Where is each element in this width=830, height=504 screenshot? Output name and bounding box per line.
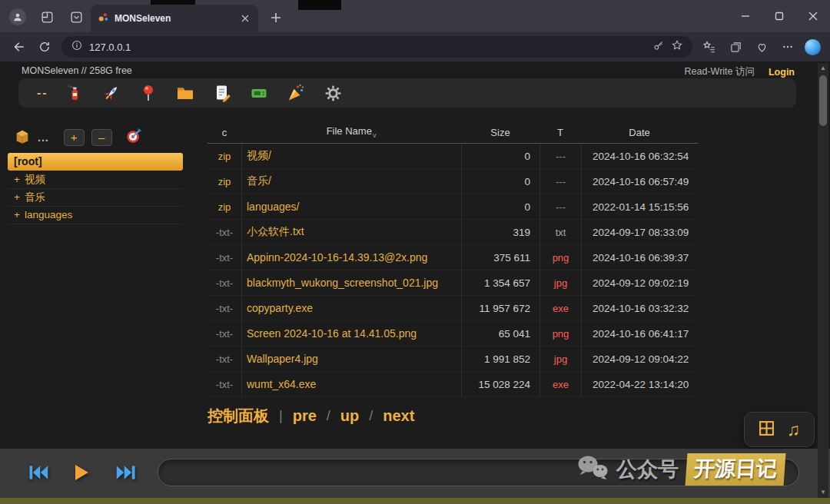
- file-date: 2024-10-16 06:57:49: [581, 169, 698, 194]
- file-link[interactable]: 音乐/: [241, 169, 461, 194]
- table-row: zip languages/ 0 --- 2022-01-14 15:15:56: [208, 194, 698, 220]
- browser-tab[interactable]: MONSeleven: [91, 5, 258, 32]
- minimize-button[interactable]: [729, 0, 762, 32]
- table-row: -txt- Screen 2024-10-16 at 14.41.05.png …: [208, 321, 698, 346]
- file-link[interactable]: Appinn-2024-10-16-14.39.13@2x.png: [241, 245, 461, 270]
- collapse-dashes-button[interactable]: --: [37, 83, 48, 104]
- site-info-icon[interactable]: [71, 39, 83, 55]
- password-key-icon[interactable]: [652, 39, 665, 55]
- maximize-button[interactable]: [762, 0, 796, 32]
- zip-link[interactable]: zip: [208, 169, 241, 194]
- scrollbar-thumb[interactable]: [819, 75, 827, 126]
- music-note-icon[interactable]: ♫: [787, 419, 800, 440]
- box-icon[interactable]: [14, 128, 31, 148]
- file-size: 11 957 672: [461, 296, 540, 320]
- zip-link: -txt-: [208, 346, 241, 371]
- tree-item-videos[interactable]: +视频: [8, 171, 183, 189]
- pin-icon[interactable]: [138, 83, 159, 104]
- file-link[interactable]: 视频/: [241, 144, 461, 168]
- footer-nav: 控制面板 | pre / up / next: [208, 406, 414, 426]
- tab-list-icon[interactable]: [68, 8, 85, 25]
- col-header-date[interactable]: Date: [581, 127, 698, 138]
- close-window-button[interactable]: [796, 0, 830, 32]
- login-link[interactable]: Login: [769, 67, 795, 78]
- folder-icon[interactable]: [175, 83, 196, 104]
- file-link[interactable]: languages/: [241, 194, 461, 219]
- file-table-body: zip 视频/ 0 --- 2024-10-16 06:32:54 zip 音乐…: [208, 144, 698, 397]
- file-size: 15 028 224: [461, 372, 540, 396]
- watermark-prefix: 公众号: [616, 456, 679, 483]
- file-link[interactable]: blackmyth_wukong_screenshot_021.jpg: [241, 270, 461, 295]
- url-text: 127.0.0.1: [89, 41, 131, 53]
- file-type: jpg: [540, 270, 581, 295]
- file-link[interactable]: Wallpaper4.jpg: [241, 346, 461, 371]
- previous-track-button[interactable]: [26, 459, 52, 486]
- collections-icon[interactable]: [726, 38, 745, 56]
- table-row: -txt- 小众软件.txt 319 txt 2024-09-17 08:33:…: [208, 220, 698, 245]
- tree-collapse-button[interactable]: –: [91, 129, 112, 146]
- grid-view-icon[interactable]: [759, 420, 775, 439]
- zip-link[interactable]: zip: [208, 194, 241, 219]
- zip-link: -txt-: [208, 296, 241, 320]
- file-size: 1 354 657: [461, 270, 540, 295]
- file-link[interactable]: Screen 2024-10-16 at 14.41.05.png: [241, 321, 461, 346]
- zip-link: -txt-: [208, 245, 241, 270]
- tree-item-music[interactable]: +音乐: [8, 189, 183, 207]
- file-size: 65 041: [461, 321, 540, 346]
- play-button[interactable]: [68, 459, 94, 486]
- zip-link[interactable]: zip: [208, 144, 241, 168]
- footer-slash: /: [327, 408, 330, 424]
- file-date: 2024-09-12 09:02:19: [581, 270, 698, 295]
- page-scrollbar[interactable]: ▲ ▼: [818, 63, 828, 498]
- browser-essentials-icon[interactable]: [752, 38, 771, 56]
- back-icon[interactable]: [9, 38, 28, 56]
- col-header-type[interactable]: T: [540, 127, 581, 138]
- scroll-down-icon[interactable]: ▼: [820, 489, 826, 496]
- tree-item-languages[interactable]: +languages: [8, 207, 183, 224]
- favorites-bar-icon[interactable]: [700, 38, 719, 56]
- table-row: -txt- Appinn-2024-10-16-14.39.13@2x.png …: [208, 245, 698, 270]
- navigation-bar: 127.0.0.1: [0, 32, 830, 61]
- control-panel-link[interactable]: 控制面板: [208, 406, 269, 426]
- tab-close-icon[interactable]: [238, 12, 251, 25]
- scroll-up-icon[interactable]: ▲: [820, 65, 826, 72]
- file-link[interactable]: copyparty.exe: [241, 296, 461, 320]
- tree-expand-button[interactable]: +: [64, 129, 85, 146]
- workspaces-icon[interactable]: [38, 8, 55, 25]
- profile-avatar[interactable]: [9, 8, 26, 25]
- col-header-c[interactable]: c: [208, 127, 241, 138]
- col-header-name[interactable]: File Namev: [241, 125, 461, 139]
- tab-title: MONSeleven: [115, 13, 233, 24]
- party-icon[interactable]: [286, 83, 307, 104]
- rocket-icon[interactable]: [101, 83, 122, 104]
- file-link[interactable]: 小众软件.txt: [241, 220, 461, 244]
- dartboard-icon[interactable]: [125, 128, 142, 148]
- col-header-size[interactable]: Size: [461, 127, 540, 138]
- gear-icon[interactable]: [323, 83, 344, 104]
- extinguisher-icon[interactable]: [65, 83, 85, 104]
- address-bar[interactable]: 127.0.0.1: [61, 36, 692, 58]
- pager-icon[interactable]: [249, 83, 270, 104]
- sort-indicator-icon: v: [373, 131, 377, 139]
- access-mode-label: Read-Write 访问: [685, 65, 755, 78]
- favorite-star-icon[interactable]: [671, 39, 683, 55]
- new-tab-button[interactable]: [267, 9, 284, 26]
- next-track-button[interactable]: [112, 459, 138, 486]
- tab-favicon-icon: [98, 12, 109, 26]
- file-link[interactable]: wumt_x64.exe: [241, 372, 461, 396]
- refresh-icon[interactable]: [35, 38, 54, 56]
- more-menu-icon[interactable]: [779, 38, 797, 56]
- browser-window: MONSeleven: [0, 0, 830, 504]
- tree-dots-button[interactable]: ...: [38, 131, 49, 144]
- file-size: 375 611: [461, 245, 540, 270]
- file-date: 2024-10-16 06:32:54: [581, 144, 698, 168]
- copilot-icon[interactable]: [805, 39, 821, 55]
- memo-icon[interactable]: [212, 83, 233, 104]
- file-type: ---: [540, 169, 581, 194]
- tree-root-selected[interactable]: [root]: [8, 153, 183, 171]
- table-row: zip 视频/ 0 --- 2024-10-16 06:32:54: [208, 144, 698, 169]
- next-link[interactable]: next: [383, 407, 414, 425]
- pre-link[interactable]: pre: [293, 407, 317, 425]
- table-row: zip 音乐/ 0 --- 2024-10-16 06:57:49: [208, 169, 698, 194]
- up-link[interactable]: up: [340, 407, 359, 425]
